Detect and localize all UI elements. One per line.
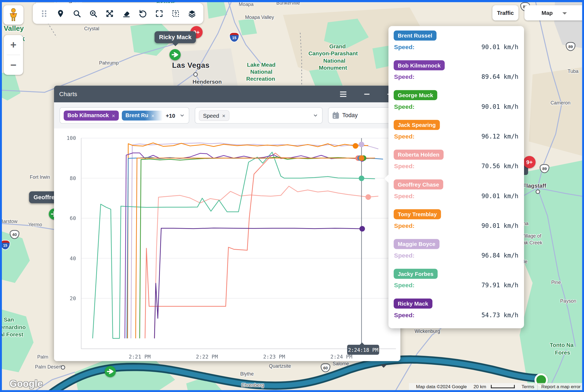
search-button[interactable] (72, 8, 82, 18)
more-drivers-count: +10 (166, 112, 175, 119)
search-icon (73, 9, 81, 18)
pegman-icon (9, 8, 18, 22)
series-line (127, 157, 383, 339)
google-logo[interactable]: Google (10, 378, 43, 389)
map-place-label: Payson (560, 298, 576, 304)
charts-panel-header[interactable]: Charts (54, 86, 400, 102)
fullscreen-icon (155, 9, 163, 18)
report-map-error-link[interactable]: Report a map error (541, 384, 581, 389)
panel-menu-button[interactable] (337, 91, 349, 97)
map-place-label: National (323, 57, 345, 63)
chip-label: Speed (203, 112, 219, 119)
town-dot (193, 72, 198, 77)
map-place-label: Valley (4, 25, 24, 33)
layers-button[interactable] (187, 8, 197, 18)
driver-speed-row: Brent RusselSpeed:90.01 km/h (394, 31, 519, 50)
driver-badge: Bob Kilmarnock (394, 60, 445, 70)
map-attribution-bar: Map data ©2024 Google 20 km Terms Report… (409, 383, 584, 390)
speed-row: Speed:54.73 km/h (394, 312, 519, 319)
focus-border (582, 0, 584, 392)
map-place-label: Moapa (239, 2, 254, 7)
speed-label: Speed: (394, 312, 415, 319)
map-place-label: Quartzsite (269, 363, 291, 369)
select-area-help-button[interactable]: ? (171, 8, 181, 18)
series-line (131, 143, 378, 338)
vehicle-marker[interactable] (105, 366, 116, 377)
eraser-button[interactable] (121, 8, 131, 18)
map-zoom-control: + − (4, 35, 23, 75)
traffic-button[interactable]: Traffic (492, 5, 519, 21)
speed-label: Speed: (394, 73, 415, 80)
calendar-icon (332, 112, 339, 119)
divider (538, 383, 538, 390)
chip-remove-icon[interactable]: × (112, 112, 115, 119)
driver-badge: Maggie Boyce (394, 239, 439, 249)
speed-value: 90.01 km/h (481, 192, 518, 200)
map-scale-text: 20 km (474, 384, 486, 389)
chart-filters-row: Bob Kilmarnock×Brent Ru×+10 Speed× Today (54, 102, 400, 129)
expand-arrows-button[interactable] (105, 8, 115, 18)
speed-row: Speed:90.01 km/h (394, 103, 519, 110)
zoom-out-button[interactable]: − (4, 55, 23, 75)
speed-row: Speed:90.01 km/h (394, 222, 519, 229)
map-place-label: Blythe (240, 371, 254, 377)
location-pin-button[interactable] (55, 8, 65, 18)
date-select[interactable]: Today (328, 107, 395, 124)
undo-button[interactable] (138, 8, 148, 18)
series-dot (357, 155, 363, 161)
driver-badge: Jacky Forbes (394, 269, 438, 279)
drivers-speed-tooltip: Brent RusselSpeed:90.01 km/hBob Kilmarno… (388, 26, 524, 329)
speed-value: 70.56 km/h (481, 163, 518, 170)
map-place-label: Moapa Valley (245, 15, 274, 20)
zoom-in-button[interactable]: + (4, 35, 23, 55)
chip-remove-icon[interactable]: × (151, 112, 155, 119)
speed-label: Speed: (394, 192, 415, 200)
town-dot (61, 365, 65, 370)
driver-badge: George Muck (394, 90, 437, 100)
y-axis-tick: 20 (70, 295, 76, 302)
vehicle-marker[interactable] (169, 49, 180, 60)
map-type-dropdown[interactable]: Map (524, 5, 584, 21)
fullscreen-button[interactable] (154, 8, 164, 18)
series-line (155, 228, 362, 339)
speed-value: 96.12 km/h (481, 133, 518, 140)
driver-speed-row: Maggie BoyceSpeed:96.84 km/h (394, 239, 519, 259)
drag-handle-icon (40, 9, 48, 18)
map-place-label: Wickenburg (415, 328, 440, 334)
map-place-label: Salome (333, 361, 349, 366)
speed-row: Speed:70.56 km/h (394, 163, 519, 170)
metric-select[interactable]: Speed× (195, 107, 323, 124)
driver-badge: Roberta Holden (394, 150, 443, 160)
zoom-in-button[interactable] (88, 8, 98, 18)
driver-filter-chip: Brent Ru× (122, 110, 163, 120)
series-dot (359, 142, 364, 147)
terms-link[interactable]: Terms (522, 384, 534, 389)
map-place-label: Pahrump (99, 60, 119, 66)
series-dot (355, 155, 361, 161)
x-axis-tick: 2:23 PM (263, 354, 285, 360)
layers-icon (188, 9, 196, 18)
driver-speed-row: Tony TremblaySpeed:90.01 km/h (394, 209, 519, 229)
driver-select[interactable]: Bob Kilmarnock×Brent Ru×+10 (60, 107, 189, 124)
map-place-label: Lake Mead (247, 62, 276, 68)
map-place-label: Henderson (193, 79, 222, 85)
date-select-value: Today (342, 112, 358, 119)
pegman-control[interactable] (3, 5, 23, 25)
speed-label: Speed: (394, 282, 415, 289)
series-line (155, 186, 378, 339)
marker-label-bubble[interactable]: Ricky Mack (155, 31, 196, 43)
marker-count-badge[interactable]: 9+ (523, 156, 536, 168)
map-place-label: Crystal (84, 26, 99, 31)
chip-remove-icon[interactable]: × (222, 112, 225, 119)
arrow-right-icon (172, 52, 179, 57)
speed-label: Speed: (394, 163, 415, 170)
map-type-label: Map (542, 10, 553, 16)
map-place-label: Village of (521, 233, 541, 239)
panel-minimize-button[interactable] (362, 91, 372, 97)
speed-value: 89.64 km/h (481, 73, 518, 80)
undo-icon (139, 9, 147, 18)
chip-label: Brent Ru (126, 112, 148, 118)
map-toolbar: ? (33, 3, 203, 24)
drag-handle-button[interactable] (39, 8, 49, 18)
map-place-label: Cameron (551, 100, 570, 106)
